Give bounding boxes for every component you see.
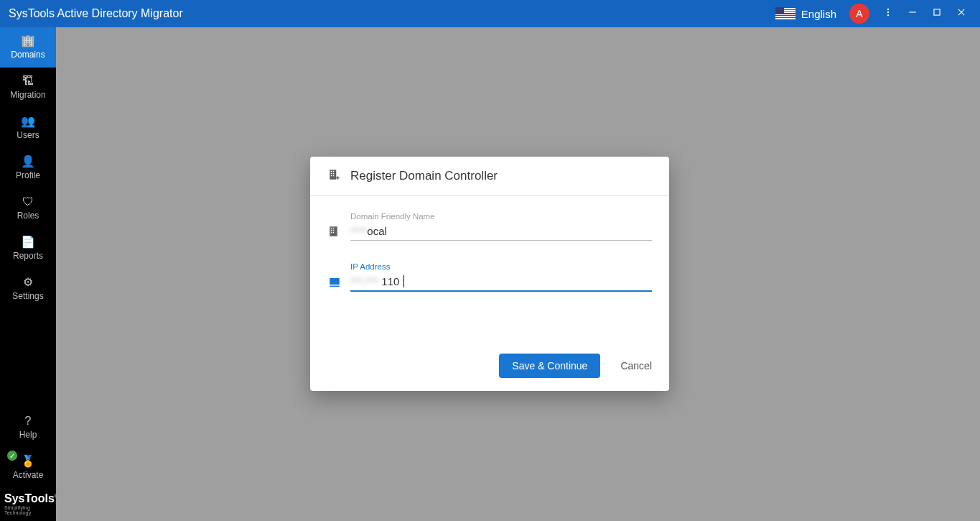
role-icon: 🛡	[22, 196, 34, 208]
sidebar-item-label: Settings	[12, 291, 43, 301]
domain-name-field: Domain Friendly Name ****ocal	[327, 212, 652, 241]
sidebar-item-help[interactable]: ? Help	[0, 407, 56, 448]
cancel-button[interactable]: Cancel	[620, 360, 652, 372]
building-plus-icon: 🏗	[22, 75, 34, 87]
svg-rect-4	[934, 9, 940, 15]
building-icon	[327, 225, 342, 241]
save-continue-button[interactable]: Save & Continue	[499, 354, 600, 378]
svg-point-2	[887, 14, 889, 16]
svg-rect-3	[909, 11, 915, 12]
close-icon[interactable]	[956, 7, 967, 20]
file-icon: 📄	[21, 236, 35, 248]
sidebar-item-label: Activate	[13, 470, 44, 480]
modal-title: Register Domain Controller	[350, 169, 498, 183]
sidebar-item-label: Roles	[17, 211, 39, 221]
sidebar-item-users[interactable]: 👥 Users	[0, 108, 56, 148]
sidebar-item-settings[interactable]: ⚙ Settings	[0, 269, 56, 309]
badge-icon: 🏅	[21, 456, 35, 467]
more-icon[interactable]	[882, 7, 894, 20]
text-cursor	[400, 275, 403, 287]
register-domain-modal: Register Domain Controller Domain Friend…	[310, 157, 669, 391]
sidebar-item-domains[interactable]: 🏢 Domains	[0, 27, 56, 68]
sidebar: 🏢 Domains 🏗 Migration 👥 Users 👤 Profile …	[0, 27, 56, 521]
svg-point-1	[887, 11, 889, 13]
ip-address-visible: 110	[381, 275, 399, 287]
brand-main: SysTools	[4, 492, 55, 504]
sidebar-item-label: Users	[17, 130, 39, 140]
sidebar-item-activate[interactable]: ✓ 🏅 Activate	[0, 448, 56, 488]
check-badge-icon: ✓	[7, 451, 17, 461]
domain-name-label: Domain Friendly Name	[350, 212, 652, 221]
ip-address-input[interactable]: ***.***.110	[350, 272, 652, 292]
sidebar-item-profile[interactable]: 👤 Profile	[0, 148, 56, 188]
sidebar-spacer	[0, 309, 56, 407]
sidebar-item-roles[interactable]: 🛡 Roles	[0, 188, 56, 229]
ip-address-hidden-prefix: ***.***.	[350, 275, 381, 287]
svg-point-0	[887, 9, 889, 10]
building-icon: 🏢	[21, 35, 35, 47]
domain-name-visible: ocal	[367, 225, 387, 237]
modal-body: Domain Friendly Name ****ocal IP Address…	[310, 196, 669, 342]
maximize-icon[interactable]	[931, 7, 943, 20]
computer-icon	[327, 276, 342, 292]
person-icon: 👤	[21, 156, 35, 167]
app-title: SysTools Active Directory Migrator	[9, 7, 183, 20]
flag-icon	[775, 7, 795, 20]
domain-name-input[interactable]: ****ocal	[350, 222, 652, 241]
titlebar-right: English A	[775, 4, 980, 24]
avatar-letter: A	[856, 8, 862, 19]
brand-sub: Simplifying Technology	[4, 505, 56, 515]
modal-footer: Save & Continue Cancel	[310, 342, 669, 391]
titlebar: SysTools Active Directory Migrator Engli…	[0, 0, 980, 27]
modal-header: Register Domain Controller	[310, 157, 669, 196]
sidebar-item-label: Migration	[10, 90, 45, 100]
question-icon: ?	[25, 415, 32, 427]
language-selector[interactable]: English	[775, 7, 836, 20]
sidebar-item-label: Domains	[11, 50, 45, 60]
minimize-icon[interactable]	[907, 7, 918, 20]
users-icon: 👥	[21, 116, 35, 127]
gear-icon: ⚙	[23, 277, 33, 288]
ip-address-field: IP Address ***.***.110	[327, 262, 652, 292]
sidebar-item-migration[interactable]: 🏗 Migration	[0, 68, 56, 108]
avatar[interactable]: A	[849, 4, 869, 24]
domain-name-hidden-prefix: ****	[350, 225, 367, 237]
brand: SysTools® Simplifying Technology	[0, 488, 56, 521]
sidebar-item-label: Profile	[16, 170, 40, 180]
ip-address-label: IP Address	[350, 262, 652, 271]
language-label: English	[801, 8, 836, 20]
building-add-icon	[327, 168, 342, 184]
sidebar-item-label: Help	[19, 430, 37, 440]
sidebar-item-label: Reports	[13, 251, 43, 261]
sidebar-item-reports[interactable]: 📄 Reports	[0, 229, 56, 269]
